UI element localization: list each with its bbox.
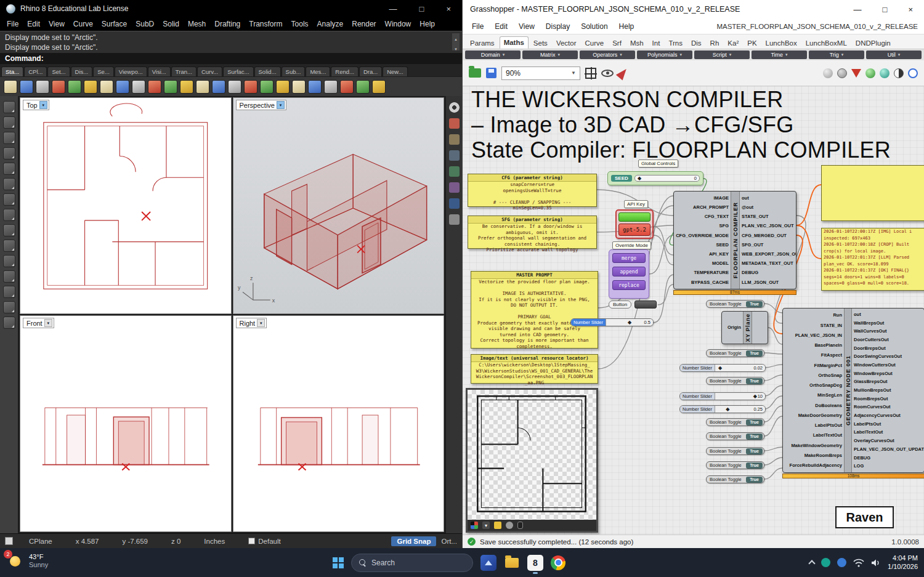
- xy-plane-node[interactable]: Origin XY Plane: [721, 311, 768, 344]
- paint-icon[interactable]: [494, 522, 501, 529]
- layer-indicator[interactable]: Default: [248, 538, 280, 545]
- geometry-input-port[interactable]: MinSegLen: [785, 393, 842, 398]
- panel-tab[interactable]: Viewpo...: [115, 67, 147, 76]
- component-tab[interactable]: Msh: [626, 38, 647, 49]
- rectangle-icon[interactable]: [3, 224, 15, 236]
- geometry-input-port[interactable]: FitMarginPct: [785, 363, 842, 368]
- geometry-output-port[interactable]: OverlayCurvesOut: [854, 438, 922, 443]
- cplane-button[interactable]: CPlane: [29, 538, 52, 545]
- chrome-icon[interactable]: [551, 555, 565, 570]
- menu-item[interactable]: Window: [381, 20, 416, 28]
- geometry-output-port[interactable]: PLAN_VEC_JSON_OUT_UPDATED: [854, 447, 922, 452]
- geometry-output-port[interactable]: DoorBrepsOut: [854, 346, 922, 351]
- viewport-front-label[interactable]: Front ▾: [23, 318, 54, 328]
- menu-item[interactable]: Mesh: [184, 20, 210, 28]
- category-dropdown[interactable]: Matrix: [522, 50, 578, 59]
- geometry-input-port[interactable]: PLAN_VEC_JSON_IN: [785, 333, 842, 338]
- chevron-down-icon[interactable]: ▾: [257, 319, 265, 327]
- panel-tab[interactable]: Tran...: [171, 67, 197, 76]
- viewport-perspective[interactable]: Perspective ▾: [233, 97, 445, 314]
- category-dropdown[interactable]: Trig: [809, 50, 864, 59]
- component-tab[interactable]: Maths: [500, 36, 529, 49]
- preview-wireframe-icon[interactable]: [908, 68, 918, 78]
- toggle-value[interactable]: True: [746, 378, 763, 384]
- slider-handle[interactable]: ◆: [718, 366, 722, 371]
- boolean-toggle[interactable]: Boolean ToggleTrue: [706, 349, 764, 357]
- master-prompt-panel[interactable]: MASTER PROMPT Vectorize the provided flo…: [471, 271, 598, 349]
- menu-item[interactable]: Edit: [489, 22, 513, 31]
- cfg-panel[interactable]: CFG (parameter string) snapCorners=trueo…: [468, 174, 597, 207]
- tray-app-icon[interactable]: [821, 558, 830, 567]
- start-button[interactable]: [333, 557, 344, 568]
- compiler-input-port[interactable]: SEED: [676, 243, 729, 248]
- menu-item[interactable]: View: [513, 22, 540, 31]
- geometry-input-port[interactable]: Run: [785, 313, 842, 318]
- viewport-top-label[interactable]: Top ▾: [23, 100, 49, 110]
- geometry-node[interactable]: RunSTATE_INPLAN_VEC_JSON_INBasePlaneInFi…: [782, 308, 924, 473]
- override-option-merge[interactable]: merge: [612, 253, 646, 263]
- geometry-output-port[interactable]: RoomCurvesOut: [854, 405, 922, 410]
- canvas-grid-icon[interactable]: [585, 68, 596, 79]
- component-tab[interactable]: Dis: [687, 38, 705, 49]
- slider-handle[interactable]: ◆: [726, 407, 729, 412]
- menu-item[interactable]: Help: [614, 22, 640, 31]
- materials-icon[interactable]: [449, 182, 460, 193]
- record-history-icon[interactable]: [292, 80, 306, 94]
- log-panel[interactable]: 2026-01-10T22:00:17Z [IMG] Local iinspec…: [821, 228, 924, 291]
- component-tab[interactable]: Int: [649, 38, 664, 49]
- menu-item[interactable]: Drafting: [210, 20, 245, 28]
- file-explorer-icon[interactable]: [504, 555, 520, 571]
- menu-item[interactable]: Analyze: [313, 20, 348, 28]
- polygon-icon[interactable]: [3, 240, 15, 252]
- maximize-button[interactable]: □: [419, 4, 424, 14]
- boolean-toggle[interactable]: Boolean ToggleTrue: [706, 300, 764, 308]
- copy-icon[interactable]: [84, 80, 97, 94]
- viewport-front[interactable]: Front ▾: [20, 315, 232, 532]
- toggle-value[interactable]: True: [746, 434, 763, 440]
- gumball-icon[interactable]: [228, 80, 241, 94]
- lock-icon[interactable]: [340, 80, 354, 94]
- model-name-panel[interactable]: gpt-5.2: [618, 224, 650, 236]
- panel-tab[interactable]: Dis...: [71, 67, 93, 76]
- seed-slider[interactable]: SEED ◆ 0: [607, 171, 703, 185]
- category-dropdown[interactable]: Time: [752, 50, 807, 59]
- extrude-icon[interactable]: [3, 286, 15, 298]
- geometry-output-port[interactable]: LabelPtsOut: [854, 422, 922, 427]
- boolean-toggle[interactable]: Boolean ToggleTrue: [706, 432, 764, 440]
- paste-icon[interactable]: [100, 80, 113, 94]
- geometry-input-port[interactable]: LabelPtsOut: [785, 423, 842, 428]
- close-button[interactable]: ×: [446, 4, 451, 14]
- geometry-output-port[interactable]: WindowBrepsOut: [854, 371, 922, 376]
- geometry-input-port[interactable]: LabelTextOut: [785, 433, 842, 438]
- menu-item[interactable]: View: [44, 20, 69, 28]
- boolean-toggle[interactable]: Boolean ToggleTrue: [706, 377, 764, 385]
- geometry-output-port[interactable]: out: [854, 312, 922, 317]
- circle-icon[interactable]: [3, 178, 15, 190]
- compiler-output-port[interactable]: STATE_OUT: [742, 214, 794, 219]
- export-icon[interactable]: ▾: [482, 522, 490, 529]
- mask-icon[interactable]: [506, 522, 513, 529]
- device-icon[interactable]: [517, 522, 523, 529]
- geometry-input-port[interactable]: DoBooleans: [785, 403, 842, 408]
- undo-icon[interactable]: [116, 80, 129, 94]
- component-tab[interactable]: Params: [466, 38, 498, 49]
- geometry-output-port[interactable]: DoorCuttersOut: [854, 337, 922, 342]
- menu-item[interactable]: SubD: [131, 20, 158, 28]
- command-input[interactable]: Command:: [0, 53, 462, 64]
- gear-icon[interactable]: [449, 102, 460, 113]
- menu-item[interactable]: File: [2, 20, 23, 28]
- component-tab[interactable]: DNDPlugin: [852, 38, 894, 49]
- point-icon[interactable]: [3, 132, 15, 144]
- slider-handle[interactable]: ◆: [628, 320, 631, 325]
- pan-icon[interactable]: [148, 80, 161, 94]
- override-mode-group[interactable]: merge append replace: [609, 249, 649, 299]
- xy-plane-input-port[interactable]: Origin: [724, 325, 741, 330]
- help-icon[interactable]: [449, 166, 460, 177]
- compiler-input-port[interactable]: API_KEY: [676, 252, 729, 257]
- chevron-up-icon[interactable]: [808, 560, 815, 567]
- object-snap-icon[interactable]: [276, 80, 290, 94]
- geometry-output-port[interactable]: DEBUG: [854, 456, 922, 461]
- ellipse-icon[interactable]: [3, 193, 15, 206]
- compiler-input-port[interactable]: CFG_OVERRIDE_MODE: [676, 233, 729, 238]
- arc-icon[interactable]: [3, 209, 15, 221]
